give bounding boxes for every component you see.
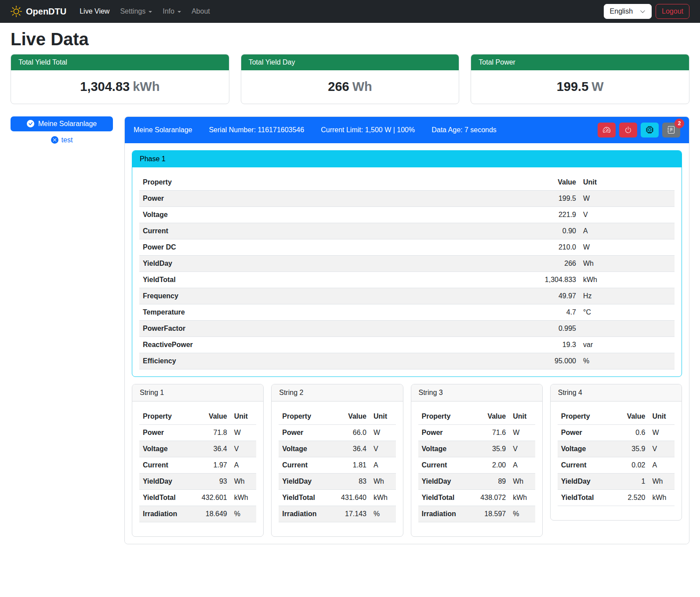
unit-cell: A (580, 223, 675, 239)
chevron-down-icon (178, 11, 181, 13)
inverter-sidebar: Meine Solaranlage test (11, 116, 113, 144)
string-card-title: String 3 (411, 384, 542, 402)
value-cell: 66.0 (330, 424, 370, 441)
device-info-button[interactable] (641, 123, 659, 137)
inverter-actions: 2 (598, 123, 680, 137)
summary-cards-row: Total Yield Total 1,304.83kWh Total Yiel… (11, 54, 689, 104)
sidebar-item-selected-inverter[interactable]: Meine Solaranlage (11, 116, 113, 131)
phase-1-card: Phase 1 Property Value Unit Power199.5WV… (132, 150, 682, 377)
property-cell: YieldDay (139, 473, 191, 489)
value-cell: 1,304.833 (522, 271, 580, 288)
string-2-table: Property Value Unit Power66.0WVoltage36.… (279, 409, 395, 522)
table-row: YieldTotal432.601kWh (139, 489, 256, 506)
table-header-row: Property Value Unit (558, 409, 675, 425)
property-cell: Power (418, 424, 470, 441)
inverter-panel-header: Meine Solaranlage Serial Number: 1161716… (125, 117, 689, 143)
unit-cell: kWh (509, 489, 535, 506)
logout-button[interactable]: Logout (656, 4, 689, 19)
table-header-row: Property Value Unit (279, 409, 395, 425)
value-cell: 83 (330, 473, 370, 489)
phase-table: Property Value Unit Power199.5WVoltage22… (139, 174, 675, 369)
chevron-down-icon (149, 11, 152, 13)
sidebar-item-test-inverter[interactable]: test (11, 136, 113, 144)
property-cell: PowerFactor (139, 320, 522, 336)
value-cell: 2.00 (470, 457, 510, 473)
property-cell: YieldTotal (139, 271, 522, 288)
value-cell: 1.97 (191, 457, 231, 473)
inverter-limit: Current Limit: 1,500 W | 100% (321, 126, 415, 134)
card-total-power: Total Power 199.5W (471, 54, 689, 104)
value-cell: 432.601 (191, 489, 231, 506)
nav-links: Live View Settings Info About (76, 4, 217, 19)
event-count-badge: 2 (675, 119, 684, 128)
unit-cell: V (580, 206, 675, 223)
language-select-value: English (610, 7, 633, 15)
check-circle-icon (27, 120, 34, 127)
property-cell: Irradiation (139, 506, 191, 522)
property-cell: Voltage (139, 441, 191, 457)
property-cell: YieldDay (139, 255, 522, 271)
table-row: Current1.81A (279, 457, 395, 473)
nav-item-label: Live View (80, 7, 109, 15)
value-cell: 0.995 (522, 320, 580, 336)
property-cell: ReactivePower (139, 336, 522, 353)
table-row: Power66.0W (279, 424, 395, 441)
card-total-yield-day: Total Yield Day 266Wh (241, 54, 460, 104)
nav-item-label: Info (163, 7, 174, 15)
unit-cell: % (580, 353, 675, 369)
table-row: YieldDay89Wh (418, 473, 535, 489)
nav-item-info[interactable]: Info (159, 4, 185, 19)
card-title: Total Yield Total (11, 54, 229, 70)
property-cell: Temperature (139, 304, 522, 320)
table-row: Voltage36.4V (279, 441, 395, 457)
nav-item-about[interactable]: About (188, 4, 214, 19)
unit-cell: V (370, 441, 396, 457)
nav-item-live-view[interactable]: Live View (76, 4, 113, 19)
column-header-unit: Unit (509, 409, 535, 425)
string-1-card: String 1 Property Value Unit (132, 384, 264, 537)
string-1-table: Property Value Unit Power71.8WVoltage36.… (139, 409, 256, 522)
column-header-property: Property (279, 409, 330, 425)
value-cell: 18.649 (191, 506, 231, 522)
unit-cell: W (649, 424, 675, 441)
property-cell: YieldTotal (558, 489, 609, 506)
value-cell: 71.6 (470, 424, 510, 441)
table-row: Power DC210.0W (139, 239, 675, 255)
language-select[interactable]: English (604, 4, 652, 19)
limit-settings-button[interactable] (598, 123, 616, 137)
unit-cell: V (509, 441, 535, 457)
cpu-icon (646, 126, 653, 134)
brand[interactable]: OpenDTU (11, 6, 66, 17)
unit-cell: Wh (231, 473, 257, 489)
nav-item-settings[interactable]: Settings (116, 4, 156, 19)
card-value-row: 199.5W (471, 70, 689, 104)
unit-cell: kWh (580, 271, 675, 288)
strings-row: String 1 Property Value Unit (132, 384, 682, 537)
table-row: YieldDay83Wh (279, 473, 395, 489)
unit-cell: W (370, 424, 396, 441)
table-row: Voltage35.9V (418, 441, 535, 457)
table-row: ReactivePower19.3var (139, 336, 675, 353)
table-row: YieldTotal2.520kWh (558, 489, 675, 506)
table-header-row: Property Value Unit (418, 409, 535, 425)
table-row: YieldDay93Wh (139, 473, 256, 489)
card-title: Total Power (471, 54, 689, 70)
table-row: PowerFactor0.995 (139, 320, 675, 336)
unit-cell: Wh (370, 473, 396, 489)
power-toggle-button[interactable] (619, 123, 637, 137)
unit-cell: V (231, 441, 257, 457)
table-row: Power0.6W (558, 424, 675, 441)
unit-cell: Wh (649, 473, 675, 489)
unit-cell: var (580, 336, 675, 353)
table-row: Current1.97A (139, 457, 256, 473)
unit-cell: W (580, 190, 675, 206)
property-cell: Voltage (418, 441, 470, 457)
property-cell: YieldDay (418, 473, 470, 489)
column-header-value: Value (522, 174, 580, 191)
value-cell: 431.640 (330, 489, 370, 506)
string-3-card: String 3 Property Value Unit (411, 384, 543, 537)
column-header-unit: Unit (649, 409, 675, 425)
unit-cell: kWh (231, 489, 257, 506)
value-cell: 199.5 (522, 190, 580, 206)
event-log-button[interactable]: 2 (662, 123, 680, 137)
